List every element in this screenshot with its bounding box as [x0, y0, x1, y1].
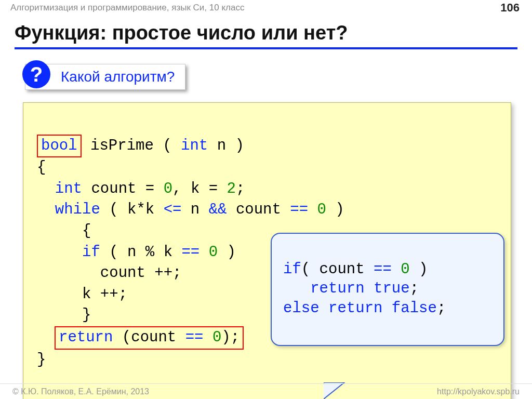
kw-bool: bool — [41, 137, 77, 154]
question-mark-icon: ? — [22, 60, 50, 88]
kw-while: while — [55, 201, 100, 218]
kw-if: if — [82, 244, 100, 261]
explanation-callout: if( count == 0 ) return true; else retur… — [271, 233, 504, 346]
footer-right: http://kpolyakov.spb.ru — [437, 384, 520, 399]
subject-text: Алгоритмизация и программирование, язык … — [10, 3, 244, 12]
kw-int: int — [181, 137, 208, 154]
question-callout: ? Какой алгоритм? — [25, 64, 185, 90]
question-text: Какой алгоритм? — [61, 69, 175, 85]
page-number: 106 — [500, 0, 520, 16]
header-bar: Алгоритмизация и программирование, язык … — [0, 0, 532, 16]
footer-left: © К.Ю. Поляков, Е.А. Ерёмин, 2013 — [12, 387, 149, 396]
kw-return: return — [59, 329, 113, 346]
title-wrap: Функция: простое число или нет? — [0, 16, 532, 52]
code-block: bool isPrime ( int n ) { int count = 0, … — [23, 102, 511, 399]
page-title: Функция: простое число или нет? — [15, 22, 517, 49]
footer-bar: © К.Ю. Поляков, Е.А. Ерёмин, 2013 http:/… — [0, 383, 532, 399]
